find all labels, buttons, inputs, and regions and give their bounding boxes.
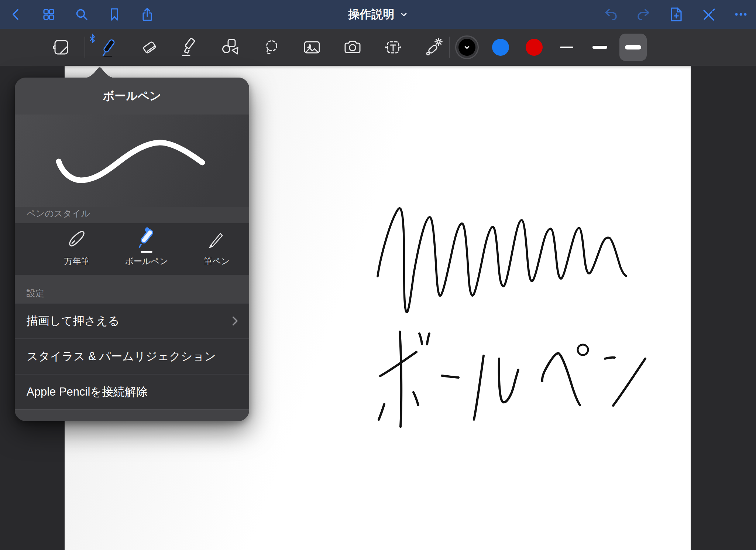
pen-style-fountain[interactable]: 万年筆 [49, 227, 104, 267]
pen-tool-button[interactable] [99, 37, 119, 58]
stylus-toggle-button[interactable] [701, 7, 716, 22]
thick-stroke-bar [625, 45, 641, 49]
setting-disconnect-apple-pencil[interactable]: Apple Pencilを接続解除 [15, 374, 249, 409]
shapes-icon [220, 37, 241, 58]
stroke-thick-button[interactable] [619, 34, 647, 61]
tool-bar [0, 29, 756, 66]
app-screen: 操作説明 [0, 0, 756, 550]
settings-section-label: 設定 [15, 275, 249, 303]
pen-style-label: 筆ペン [204, 256, 230, 267]
black-color-dot [458, 39, 475, 56]
setting-label: 描画して押さえる [27, 313, 120, 329]
stroke-preview-wave [15, 115, 249, 207]
eraser-tool-button[interactable] [139, 37, 160, 58]
laser-pointer-button[interactable] [423, 37, 444, 58]
medium-stroke-bar [592, 46, 607, 49]
toolbar-separator [449, 37, 450, 58]
pen-settings-popup: ボールペン ペンのスタイル 万年筆 ボールペン 筆ペン [15, 78, 249, 421]
stylus-slash-icon [701, 7, 716, 22]
stroke-medium-button[interactable] [586, 34, 614, 61]
pen-style-ballpoint[interactable]: ボールペン [119, 227, 174, 267]
title-chevron-down-icon[interactable] [400, 10, 408, 18]
ellipsis-icon [733, 7, 748, 22]
camera-tool-button[interactable] [342, 37, 363, 58]
tools-group [51, 29, 444, 66]
text-icon [383, 37, 403, 58]
pen-style-underline [211, 251, 223, 253]
image-icon [302, 37, 322, 58]
image-tool-button[interactable] [302, 37, 322, 58]
redo-button[interactable] [636, 7, 651, 22]
lasso-icon [261, 37, 282, 58]
shapes-tool-button[interactable] [220, 37, 241, 58]
notebook-mode-button[interactable] [51, 37, 71, 58]
color-swatches [455, 29, 546, 66]
pen-style-label: ボールペン [125, 256, 168, 267]
document-title[interactable]: 操作説明 [348, 7, 395, 22]
lasso-tool-button[interactable] [261, 37, 282, 58]
thin-stroke-bar [560, 47, 573, 48]
blue-color-dot [492, 39, 509, 56]
popup-arrow [82, 66, 117, 78]
add-page-icon [668, 7, 684, 22]
navigation-bar: 操作説明 [0, 0, 756, 29]
undo-icon [604, 7, 618, 22]
chevron-right-icon [232, 316, 238, 326]
stroke-thin-button[interactable] [553, 34, 580, 61]
camera-icon [342, 37, 363, 58]
notebook-icon [51, 37, 71, 58]
highlighter-icon [180, 37, 200, 58]
pen-style-label: 万年筆 [64, 256, 90, 267]
pen-style-section-label: ペンのスタイル [15, 207, 249, 223]
pen-style-row: 万年筆 ボールペン 筆ペン [15, 223, 249, 275]
toolbar-separator [85, 37, 85, 58]
popup-footer [15, 409, 249, 421]
eraser-icon [139, 37, 160, 58]
stroke-width-options [553, 29, 647, 66]
redo-icon [636, 7, 651, 22]
ballpoint-pen-icon [99, 37, 119, 58]
highlighter-tool-button[interactable] [180, 37, 200, 58]
fountain-pen-icon [65, 227, 89, 250]
text-tool-button[interactable] [383, 37, 403, 58]
pen-style-underline [71, 251, 83, 253]
swatch-chevron-down-icon [463, 44, 471, 51]
brush-pen-icon [205, 227, 228, 250]
add-page-button[interactable] [668, 7, 684, 22]
stroke-preview [15, 115, 249, 207]
laser-pointer-icon [423, 37, 444, 58]
popup-title: ボールペン [15, 78, 249, 115]
red-color-dot [526, 39, 543, 56]
setting-label: Apple Pencilを接続解除 [27, 384, 148, 400]
setting-draw-and-hold[interactable]: 描画して押さえる [15, 303, 249, 338]
color-swatch-blue[interactable] [489, 35, 512, 59]
ballpoint-pen-style-icon [135, 227, 158, 250]
color-swatch-red[interactable] [522, 35, 546, 59]
undo-button[interactable] [603, 7, 619, 22]
setting-label: スタイラス & パームリジェクション [27, 349, 216, 364]
setting-stylus-palm-rejection[interactable]: スタイラス & パームリジェクション [15, 338, 249, 374]
nav-right-group [603, 7, 749, 22]
color-swatch-black[interactable] [455, 35, 479, 59]
pen-style-underline [141, 251, 152, 253]
more-button[interactable] [733, 7, 749, 22]
bluetooth-icon [88, 33, 96, 44]
pen-style-brush[interactable]: 筆ペン [189, 227, 244, 267]
